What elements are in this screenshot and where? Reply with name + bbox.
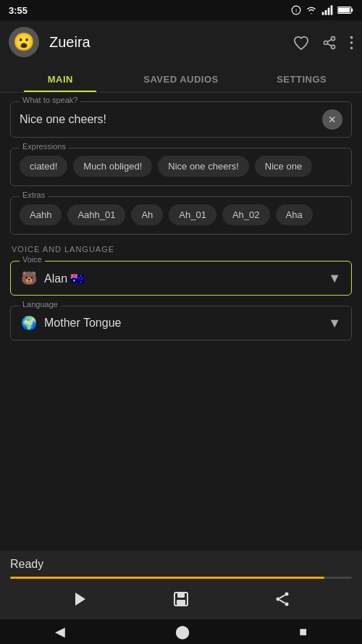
avatar: 😮 <box>9 27 39 57</box>
tab-saved-audios[interactable]: SAVED AUDIOS <box>121 64 242 92</box>
chip-3[interactable]: Nice one <box>255 156 312 177</box>
extras-chips: Aahh Aahh_01 Ah Ah_01 Ah_02 Aha <box>11 197 351 234</box>
nav-back-icon[interactable]: ◀ <box>55 624 65 640</box>
language-dropdown-row[interactable]: 🌍 Mother Tongue ▼ <box>11 306 351 340</box>
language-dropdown[interactable]: Language 🌍 Mother Tongue ▼ <box>10 306 352 340</box>
svg-marker-17 <box>75 593 85 606</box>
chip-2[interactable]: Nice one cheers! <box>158 156 249 177</box>
voice-dropdown-row[interactable]: 🐻 Alan 🇦🇺 ▼ <box>11 262 351 295</box>
text-input[interactable] <box>20 113 322 126</box>
text-input-row: ✕ <box>11 102 351 137</box>
extra-chip-3[interactable]: Ah_01 <box>169 204 216 225</box>
svg-line-12 <box>327 43 332 46</box>
svg-rect-7 <box>351 9 353 12</box>
top-actions <box>293 33 353 51</box>
nav-recents-icon[interactable]: ■ <box>299 624 307 640</box>
what-to-speak-label: What to speak? <box>20 96 80 104</box>
voice-value: Alan 🇦🇺 <box>44 272 328 285</box>
more-icon[interactable] <box>350 33 353 51</box>
svg-rect-2 <box>322 12 324 15</box>
extra-chip-4[interactable]: Ah_02 <box>222 204 270 225</box>
language-label: Language <box>20 300 61 309</box>
tab-bar: MAIN SAVED AUDIOS SETTINGS <box>0 64 362 93</box>
svg-rect-4 <box>328 8 330 15</box>
share-icon[interactable] <box>322 34 337 51</box>
share-button[interactable] <box>274 590 291 608</box>
svg-rect-8 <box>338 8 350 13</box>
save-button[interactable] <box>172 590 190 608</box>
signal-icon <box>321 5 333 16</box>
top-bar: 😮 Zueira <box>0 20 362 64</box>
battery-icon <box>337 5 353 16</box>
ready-text: Ready <box>10 558 352 571</box>
status-section: Ready <box>0 551 362 579</box>
language-value: Mother Tongue <box>44 317 328 330</box>
language-emoji: 🌍 <box>21 315 37 331</box>
heart-icon[interactable] <box>293 34 309 51</box>
wifi-icon <box>306 5 317 16</box>
extra-chip-2[interactable]: Ah <box>131 204 163 225</box>
svg-point-23 <box>285 603 289 606</box>
nav-home-icon[interactable]: ⬤ <box>175 624 190 640</box>
svg-line-13 <box>327 40 332 42</box>
svg-rect-5 <box>331 6 333 15</box>
nav-bar: ◀ ⬤ ■ <box>0 619 362 644</box>
svg-point-11 <box>332 46 335 49</box>
expressions-field: Expressions ciated! Much obliged! Nice o… <box>10 148 352 186</box>
svg-rect-3 <box>325 10 327 15</box>
voice-emoji: 🐻 <box>21 270 37 286</box>
svg-rect-20 <box>177 600 185 605</box>
svg-point-21 <box>285 593 289 596</box>
svg-rect-19 <box>177 593 185 598</box>
svg-point-14 <box>350 36 353 39</box>
clear-button[interactable]: ✕ <box>322 109 342 130</box>
tab-settings[interactable]: SETTINGS <box>241 64 362 92</box>
extra-chip-1[interactable]: Aahh_01 <box>67 204 125 225</box>
svg-point-22 <box>277 598 280 601</box>
voice-language-title: VOICE AND LANGUAGE <box>10 245 352 254</box>
expressions-label: Expressions <box>20 142 69 151</box>
expressions-chips: ciated! Much obliged! Nice one cheers! N… <box>11 149 351 185</box>
language-arrow-icon: ▼ <box>328 316 341 331</box>
svg-point-9 <box>332 37 335 41</box>
play-button[interactable] <box>71 590 88 608</box>
svg-point-16 <box>350 46 353 49</box>
chip-0[interactable]: ciated! <box>20 156 67 177</box>
svg-point-10 <box>324 41 328 45</box>
extra-chip-0[interactable]: Aahh <box>20 204 62 225</box>
svg-text:i: i <box>295 7 297 14</box>
player-controls <box>0 579 362 619</box>
info-icon: i <box>291 5 301 16</box>
status-time: 3:55 <box>9 5 28 16</box>
svg-point-15 <box>350 41 353 44</box>
svg-line-25 <box>279 595 285 598</box>
what-to-speak-field: What to speak? ✕ <box>10 101 352 138</box>
app-title: Zueira <box>49 34 283 51</box>
extra-chip-5[interactable]: Aha <box>276 204 313 225</box>
extras-label: Extras <box>20 191 48 199</box>
tab-main[interactable]: MAIN <box>0 64 121 92</box>
main-content: What to speak? ✕ Expressions ciated! Muc… <box>0 93 362 532</box>
chip-1[interactable]: Much obliged! <box>73 156 152 177</box>
svg-line-24 <box>279 600 285 603</box>
extras-field: Extras Aahh Aahh_01 Ah Ah_01 Ah_02 Aha <box>10 196 352 235</box>
voice-arrow-icon: ▼ <box>328 271 341 286</box>
status-bar: 3:55 i <box>0 0 362 20</box>
voice-label: Voice <box>20 255 45 264</box>
status-icons: i <box>291 5 353 16</box>
voice-dropdown[interactable]: Voice 🐻 Alan 🇦🇺 ▼ <box>10 261 352 296</box>
